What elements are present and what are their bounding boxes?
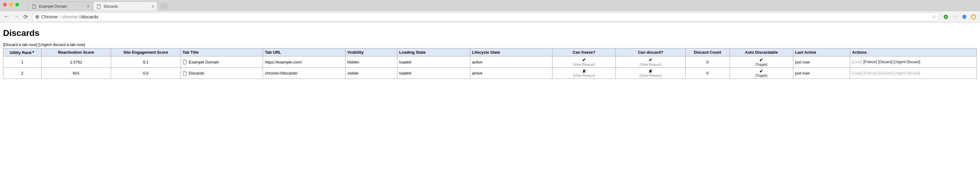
action-freeze[interactable]: [Freeze]	[864, 60, 877, 64]
action-discard[interactable]: [Discard]	[878, 60, 892, 64]
table-row: 2N/A0.0Discardschrome://discards/visible…	[3, 68, 977, 79]
cell-visibility: hidden	[345, 57, 397, 68]
tab-title: Discards	[103, 4, 118, 9]
action-urgent-discard[interactable]: [Urgent Discard]	[894, 60, 920, 64]
cell-reactivation-score: N/A	[41, 68, 111, 79]
urgent-discard-tab-now-link[interactable]: [Urgent discard a tab now]	[38, 42, 85, 47]
view-reason-link[interactable]: [View Reason]	[640, 74, 662, 77]
header-visibility[interactable]: Visibility	[345, 49, 397, 57]
action-freeze: [Freeze]	[864, 71, 877, 75]
extension-icon-shield[interactable]	[961, 14, 967, 20]
header-auto-discardable[interactable]: Auto Discardable	[730, 49, 793, 57]
omnibox-path: discards	[81, 14, 99, 19]
cell-rank: 2	[3, 68, 41, 79]
tab-title: Example Domain	[39, 4, 67, 9]
view-reason-link[interactable]: [View Reason]	[573, 63, 595, 66]
view-reason-link[interactable]: [View Reason]	[573, 74, 595, 77]
svg-point-6	[956, 16, 957, 17]
page-content: Discards [Discard a tab now] [Urgent dis…	[0, 23, 980, 85]
auto-mark-icon: ✔	[759, 58, 763, 62]
forward-button: →	[14, 14, 19, 20]
tab-strip: Example Domain×Discards×	[0, 0, 980, 11]
header-actions[interactable]: Actions	[850, 49, 977, 57]
toggle-link[interactable]: [Toggle]	[756, 63, 767, 66]
header-lifecycle-state[interactable]: Lifecycle State	[470, 49, 552, 57]
cell-auto-discardable: ✔[Toggle]	[730, 57, 793, 68]
close-tab-icon[interactable]: ×	[87, 4, 89, 9]
cell-rank: 1	[3, 57, 41, 68]
header-last-active[interactable]: Last Active	[793, 49, 850, 57]
svg-point-2	[37, 16, 38, 17]
cell-engagement-score: 8.1	[111, 57, 181, 68]
cell-tab-title: Example Domain	[181, 57, 263, 68]
omnibox-label: Chrome	[41, 14, 57, 19]
cell-tab-title: Discards	[181, 68, 263, 79]
bookmark-star-icon[interactable]: ☆	[932, 14, 936, 20]
header-tab-url[interactable]: Tab URL	[263, 49, 345, 57]
browser-toolbar: ← → ⟳ Chrome | chrome://discards ☆	[0, 11, 980, 23]
cell-last-active: just now	[793, 57, 850, 68]
minimize-window-icon[interactable]	[9, 3, 13, 6]
omnibox-scheme: chrome://	[62, 14, 81, 19]
discards-table: Utility Rank▲ Reactivation Score Site En…	[3, 48, 977, 79]
cell-tab-url: https://example.com/	[263, 57, 345, 68]
close-tab-icon[interactable]: ×	[152, 4, 154, 9]
freeze-mark-icon: ✘	[582, 69, 586, 74]
header-reactivation-score[interactable]: Reactivation Score	[41, 49, 111, 57]
cell-last-active: just now	[793, 68, 850, 79]
action-load: [Load]	[852, 60, 862, 64]
svg-point-8	[973, 14, 974, 16]
cell-discard-count: 0	[685, 57, 730, 68]
cell-discard-count: 0	[685, 68, 730, 79]
browser-tab[interactable]: Example Domain×	[28, 2, 93, 11]
cell-can-freeze: ✘[View Reason]	[552, 68, 616, 79]
chrome-icon	[35, 15, 39, 19]
reload-button[interactable]: ⟳	[23, 14, 28, 20]
cell-actions: [Load] [Freeze] [Discard] [Urgent Discar…	[850, 57, 977, 68]
header-site-engagement-score[interactable]: Site Engagement Score	[111, 49, 181, 57]
extension-icons	[943, 14, 976, 20]
header-utility-rank[interactable]: Utility Rank▲	[3, 49, 41, 57]
back-button[interactable]: ←	[4, 14, 9, 20]
new-tab-button[interactable]	[159, 3, 169, 9]
cell-actions: [Load] [Freeze] [Discard] [Urgent Discar…	[850, 68, 977, 79]
extension-icon-green[interactable]	[943, 14, 949, 20]
header-can-discard[interactable]: Can discard?	[616, 49, 686, 57]
view-reason-link[interactable]: [View Reason]	[640, 63, 662, 66]
discard-mark-icon: ✘	[649, 69, 652, 74]
cell-engagement-score: 0.0	[111, 68, 181, 79]
document-icon	[97, 4, 101, 9]
window-controls	[3, 3, 19, 6]
cell-lifecycle-state: active	[470, 68, 552, 79]
extension-icon-orange[interactable]	[971, 14, 976, 20]
top-action-links: [Discard a tab now] [Urgent discard a ta…	[3, 42, 977, 47]
document-icon	[183, 60, 187, 64]
toggle-link[interactable]: [Toggle]	[756, 74, 767, 77]
sort-asc-icon: ▲	[32, 50, 35, 53]
close-window-icon[interactable]	[3, 3, 7, 6]
browser-tab[interactable]: Discards×	[93, 2, 158, 11]
action-load: [Load]	[852, 71, 862, 75]
svg-point-4	[953, 16, 954, 17]
svg-point-5	[955, 16, 956, 17]
cell-can-discard: ✘[View Reason]	[616, 68, 686, 79]
discard-mark-icon: ✔	[649, 58, 652, 62]
discard-tab-now-link[interactable]: [Discard a tab now]	[3, 42, 37, 47]
address-bar[interactable]: Chrome | chrome://discards ☆	[32, 13, 939, 21]
header-loading-state[interactable]: Loading State	[397, 49, 470, 57]
document-icon	[32, 4, 36, 9]
cell-reactivation-score: 1.5781	[41, 57, 111, 68]
freeze-mark-icon: ✔	[582, 58, 586, 62]
header-can-freeze[interactable]: Can freeze?	[552, 49, 616, 57]
cell-loading-state: loaded	[397, 57, 470, 68]
cell-can-freeze: ✔[View Reason]	[552, 57, 616, 68]
extension-icon-dots[interactable]	[952, 14, 958, 20]
cell-lifecycle-state: active	[470, 57, 552, 68]
maximize-window-icon[interactable]	[15, 3, 19, 6]
cell-visibility: visible	[345, 68, 397, 79]
cell-auto-discardable: ✔[Toggle]	[730, 68, 793, 79]
header-discard-count[interactable]: Discard Count	[685, 49, 730, 57]
header-tab-title[interactable]: Tab Title	[181, 49, 263, 57]
cell-loading-state: loaded	[397, 68, 470, 79]
table-row: 11.57818.1Example Domainhttps://example.…	[3, 57, 977, 68]
